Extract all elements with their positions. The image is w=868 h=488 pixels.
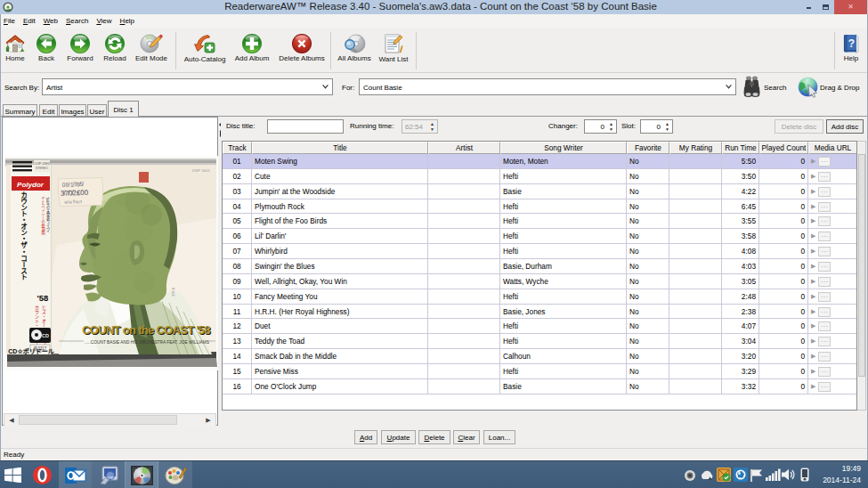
svg-text:COUNT on the COAST '58: COUNT on the COAST '58 — [82, 323, 210, 337]
svg-text:.....COUNT BASIE AND HIS ORCHE: .....COUNT BASIE AND HIS ORCHESTRA FEAT.… — [85, 340, 209, 345]
svg-text:08/1̸7̸8̸5̸: 08/1̸7̸8̸5̸ — [62, 181, 85, 188]
svg-text:COP 2092: COP 2092 — [34, 162, 50, 166]
svg-text:R 903: R 903 — [171, 288, 174, 296]
svg-text:3̸7̸0̸2₤00: 3̸7̸0̸2₤00 — [61, 189, 89, 198]
svg-text:カウント・オン・ザ・コースト: カウント・オン・ザ・コースト — [20, 191, 28, 281]
svg-text:Polydor: Polydor — [17, 181, 45, 189]
svg-text:CD☆ポリドール: CD☆ポリドール — [8, 347, 53, 355]
svg-text:?: ? — [848, 37, 855, 50]
svg-text:5~とベイシーの絶頂期: 5~とベイシーの絶頂期 — [41, 197, 45, 236]
svg-text:J33P 3001: J33P 3001 — [191, 168, 210, 173]
svg-text:'58: '58 — [37, 293, 49, 303]
svg-text:STEREO: STEREO — [36, 167, 48, 170]
svg-text:'58年の未発表ライヴ!: '58年の未発表ライヴ! — [45, 197, 50, 232]
svg-text:aria fract: aria fract — [64, 199, 82, 205]
svg-text:CD: CD — [42, 333, 49, 338]
